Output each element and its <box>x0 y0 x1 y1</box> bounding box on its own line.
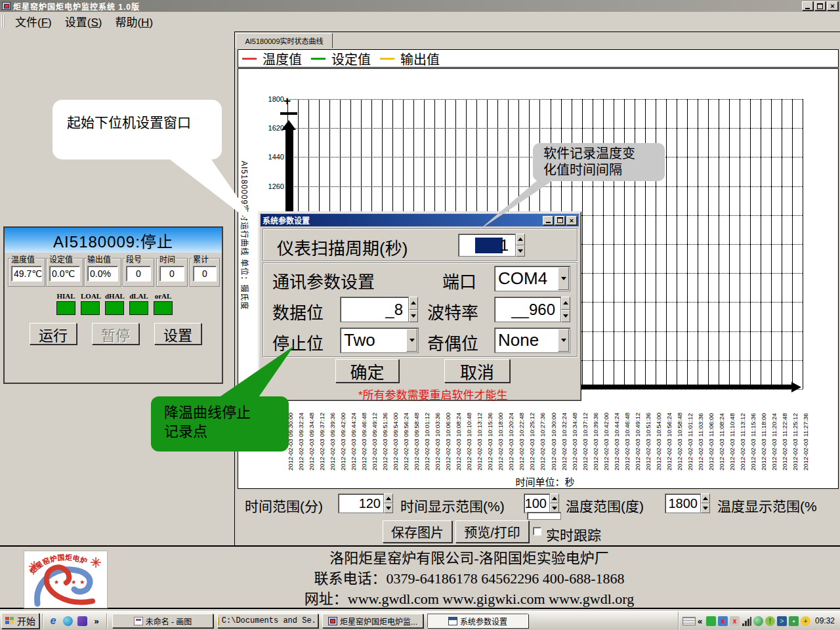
taskbar-task-2[interactable]: 炬星窑炉国炬电炉监... <box>322 614 423 628</box>
footer: 炬星窑炉国炬电炉 juxingyaolu-guojudianlu ★★★★★ 洛… <box>0 545 840 609</box>
scan-period-spinner[interactable] <box>516 234 525 257</box>
menu-item-f[interactable]: 文件(F) <box>9 11 58 32</box>
save-image-button[interactable]: 保存图片 <box>383 520 452 543</box>
x-tick-label: 2012-02-03 11:15:36 <box>749 393 757 471</box>
update-tray-icon[interactable]: + <box>801 616 810 626</box>
dialog-title-bar[interactable]: 系统参数设置 × <box>261 214 579 226</box>
x-tick-label: 2012-02-03 09:34:48 <box>308 393 315 471</box>
minimize-button[interactable] <box>802 1 813 10</box>
net-off-tray-icon[interactable]: x <box>718 616 728 626</box>
preview-print-button[interactable]: 预览/打印 <box>455 520 529 543</box>
run-button[interactable]: 运行 <box>30 323 77 345</box>
x-tick-label: 2012-02-03 09:39:36 <box>329 393 336 471</box>
legend-item-1: 设定值 <box>311 49 371 68</box>
time-display-range-input[interactable]: 100 <box>524 494 550 513</box>
taskbar-task-1[interactable]: C:\Documents and Se... <box>217 614 318 628</box>
taskbar-separator <box>106 614 108 628</box>
keyboard-tray-icon[interactable] <box>682 617 696 625</box>
taskbar-task-3[interactable]: 系统参数设置 <box>427 614 528 628</box>
close-button[interactable]: × <box>827 1 838 10</box>
grid-hline <box>287 99 803 100</box>
temp-display-range-label: 温度显示范围(% <box>717 495 817 515</box>
taskbar: 开始 e» 未命名 - 画图C:\Documents and Se...炬星窑炉… <box>0 611 840 630</box>
port-select[interactable]: COM4 <box>494 266 570 291</box>
media-tray-icon[interactable]: > <box>777 616 787 626</box>
time-range-spinner[interactable] <box>384 494 393 513</box>
start-button[interactable]: 开始 <box>1 613 39 629</box>
scan-period-input[interactable]: 1 <box>458 234 516 257</box>
time-display-range-label: 时间显示范围(%) <box>400 495 505 515</box>
x-tick-label: 2012-02-03 10:39:36 <box>592 393 599 471</box>
setup-button[interactable]: 设置 <box>154 323 201 345</box>
status-field-2: 输出值0.0% <box>84 258 121 287</box>
taskbar-task-label: 炬星窑炉国炬电炉监... <box>340 616 417 627</box>
x-tick-label: 2012-02-03 10:08:24 <box>455 393 462 471</box>
baud-rate-input[interactable]: __960 <box>494 297 561 322</box>
taskbar-clock: 09:32 <box>815 616 835 625</box>
x-tick-label: 2012-02-03 09:54:00 <box>392 393 399 471</box>
dialog-close-button[interactable]: × <box>566 216 577 225</box>
legend-dash-icon <box>380 58 394 60</box>
x-tick-label: 2012-02-03 10:06:00 <box>444 393 452 471</box>
audio-off-tray-icon[interactable]: x <box>730 616 740 626</box>
status-field-label: 输出值 <box>87 253 112 264</box>
stop-bits-dropdown-icon[interactable] <box>406 329 417 352</box>
restore-button[interactable] <box>814 1 826 10</box>
menu-item-h[interactable]: 帮助(H) <box>108 11 159 32</box>
sync-green-tray-icon[interactable] <box>706 616 716 626</box>
status-field-5: 累计0 <box>190 258 220 287</box>
alarm-indicator-dHAL <box>105 301 124 315</box>
parity-select[interactable]: None <box>494 327 570 353</box>
temp-range-spinner[interactable] <box>701 494 710 513</box>
signal-tray-icon[interactable] <box>742 616 751 626</box>
callout-record-interval: 软件记录温度变 化值时间间隔 <box>533 143 665 181</box>
menu-grip[interactable] <box>1 14 5 28</box>
taskbar-task-0[interactable]: 未命名 - 画图 <box>112 614 213 628</box>
parity-dropdown-icon[interactable] <box>558 329 569 352</box>
globe-tray-icon[interactable] <box>753 616 763 626</box>
realtime-track-checkbox[interactable] <box>533 527 541 536</box>
box-tray-icon[interactable]: ▪ <box>789 616 799 626</box>
collapse-tray-icon[interactable]: « <box>698 616 704 626</box>
dialog-minimize-button[interactable] <box>543 216 553 225</box>
port-dropdown-icon[interactable] <box>558 267 569 290</box>
status-field-4: 时间0 <box>156 258 188 287</box>
stop-bits-label: 停止位 <box>272 330 324 354</box>
x-tick-label: 2012-02-03 10:51:36 <box>644 393 652 471</box>
x-tick-label: 2012-02-03 10:18:00 <box>497 393 504 471</box>
cancel-button[interactable]: 取消 <box>444 359 510 383</box>
x-tick-label: 2012-02-03 09:56:24 <box>402 393 410 471</box>
time-range-input[interactable]: 120 <box>338 494 384 513</box>
y-tick-label: 1260 <box>257 182 284 190</box>
x-tick-label: 2012-02-03 11:22:48 <box>781 393 788 471</box>
more-icon[interactable]: » <box>91 615 102 627</box>
time-display-range-spinner[interactable] <box>550 494 559 513</box>
baud-rate-label: 波特率 <box>427 299 478 324</box>
menu-item-s[interactable]: 设置(S) <box>58 11 109 32</box>
stop-bits-select[interactable]: Two <box>340 327 419 353</box>
data-bits-spinner[interactable] <box>409 297 418 322</box>
baud-rate-spinner[interactable] <box>561 297 570 322</box>
x-tick-label: 2012-02-03 10:54:00 <box>655 393 662 471</box>
callout-cooling-stop: 降温曲线停止 记录点 <box>151 396 289 452</box>
x-tick-label: 2012-02-03 10:15:36 <box>486 393 494 471</box>
stop-bits-value: Two <box>341 330 406 350</box>
callout-record-interval-line1: 软件记录温度变 <box>543 146 665 162</box>
msn-icon[interactable] <box>62 615 74 627</box>
ie-icon[interactable]: e <box>47 615 59 627</box>
tab-realtime-curve[interactable]: AI5180009实时状态曲线 <box>236 33 333 48</box>
x-tick-label: 2012-02-03 10:58:48 <box>676 393 683 471</box>
media-icon[interactable] <box>76 615 88 627</box>
x-tick-label: 2012-02-03 10:49:12 <box>634 393 641 471</box>
power-tray-icon[interactable]: ! <box>765 616 775 626</box>
paint-icon <box>134 617 143 625</box>
temp-range-input[interactable]: 1800 <box>665 494 701 513</box>
data-bits-input[interactable]: _8 <box>340 297 409 322</box>
grid-hline <box>287 186 803 187</box>
x-tick-label: 2012-02-03 10:30:00 <box>550 393 557 471</box>
dialog-maximize-button[interactable] <box>555 216 565 225</box>
pause-button[interactable]: 暂停 <box>92 323 139 345</box>
x-tick-label: 2012-02-03 10:44:24 <box>613 393 620 471</box>
legend-dash-icon <box>242 58 257 60</box>
ok-button[interactable]: 确定 <box>335 359 399 383</box>
